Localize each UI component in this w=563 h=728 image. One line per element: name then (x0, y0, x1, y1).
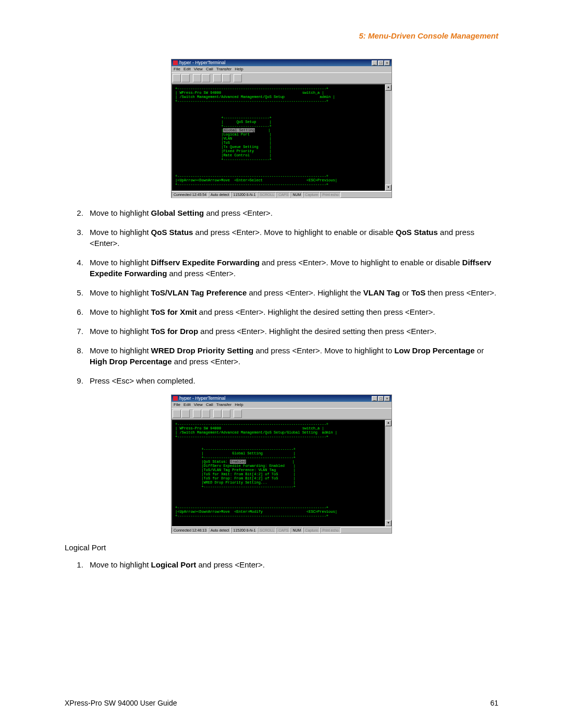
status-caps: CAPS (276, 192, 290, 198)
menu-transfer[interactable]: Transfer (216, 403, 232, 407)
status-bar: Connected 12:45:54 Auto detect 115200 8-… (172, 191, 391, 198)
menu-item-selected[interactable]: Global Setting (223, 128, 255, 132)
tool-send-icon[interactable] (213, 410, 222, 418)
step-8: Move to highlight WRED Drop Priority Set… (85, 345, 498, 367)
breadcrumb: /Switch Management/Advanced Management/Q… (179, 95, 285, 99)
hint-right: <ESC>Previous (307, 510, 335, 514)
minimize-button[interactable]: _ (372, 60, 377, 66)
status-num: NUM (290, 527, 303, 533)
status-baud: 115200 8-N-1 (231, 527, 258, 533)
menu-edit[interactable]: Edit (183, 403, 191, 407)
minimize-button[interactable]: _ (372, 396, 377, 401)
tool-open-icon[interactable] (181, 74, 190, 82)
scrollbar[interactable]: ▲ ▼ (385, 84, 391, 191)
row-diff-label: DiffServ Expedite Forwarding: (204, 464, 267, 468)
tool-connect-icon[interactable] (193, 74, 201, 82)
menu-edit[interactable]: Edit (183, 67, 191, 71)
tool-open-icon[interactable] (181, 410, 190, 418)
row-pref-label: ToS/VLAN Tag Preference: (204, 468, 256, 472)
close-button[interactable]: × (384, 60, 390, 66)
menu-help[interactable]: Help (235, 403, 243, 407)
maximize-button[interactable]: □ (378, 60, 384, 66)
window-titlebar: hyper - HyperTerminal _ □ × (172, 59, 391, 66)
menu-item[interactable]: VLAN (223, 137, 232, 141)
tool-receive-icon[interactable] (222, 74, 230, 82)
step-3: Move to highlight QoS Status and press <… (85, 227, 498, 249)
terminal-content[interactable]: +---------------------------------------… (172, 420, 385, 526)
app-icon (173, 60, 178, 65)
breadcrumb: /Switch Management/Advanced Management/Q… (179, 430, 317, 435)
row-wred[interactable]: WRED Drop Priority Setting... (204, 480, 267, 485)
scroll-down-icon[interactable]: ▼ (385, 520, 391, 526)
menu-transfer[interactable]: Transfer (216, 67, 232, 71)
menu-item[interactable]: Tx Queue Setting (223, 145, 258, 149)
terminal-content[interactable]: +---------------------------------------… (172, 84, 385, 191)
hint-left: <UpArrow><DownArrow>Move <Enter>Select (177, 178, 263, 182)
step-9: Press <Esc> when completed. (85, 375, 498, 386)
tool-properties-icon[interactable] (234, 74, 242, 82)
status-caps: CAPS (276, 527, 290, 533)
window-title: hyper - HyperTerminal (179, 396, 371, 401)
menu-view[interactable]: View (194, 67, 203, 71)
scroll-up-icon[interactable]: ▲ (385, 84, 391, 91)
step-7: Move to highlight ToS for Drop and press… (85, 326, 498, 337)
tool-bar (172, 72, 391, 84)
session-user: admin (322, 430, 333, 435)
hyperterminal-window-1: hyper - HyperTerminal _ □ × File Edit Vi… (171, 59, 392, 198)
status-printecho: Print echo (320, 192, 341, 198)
status-scroll: SCROLL (258, 527, 276, 533)
menu-help[interactable]: Help (235, 67, 243, 71)
status-scroll: SCROLL (258, 192, 276, 198)
tool-properties-icon[interactable] (234, 410, 242, 418)
status-printecho: Print echo (320, 527, 341, 533)
row-diff-value: Enabled (270, 464, 285, 468)
tool-new-icon[interactable] (173, 410, 181, 418)
close-button[interactable]: × (384, 396, 390, 401)
tool-disconnect-icon[interactable] (202, 74, 210, 82)
menu-view[interactable]: View (194, 403, 203, 407)
menu-call[interactable]: Call (206, 403, 213, 407)
window-titlebar: hyper - HyperTerminal _ □ × (172, 395, 391, 402)
menu-file[interactable]: File (174, 67, 180, 71)
row-pref-value: VLAN Tag (259, 468, 276, 472)
session-name: switch_a (302, 426, 320, 430)
device-name: WPress-Pro SW 94000 (179, 91, 221, 95)
menu-bar: File Edit View Call Transfer Help (172, 66, 391, 72)
page: 5: Menu-Driven Console Management hyper … (0, 0, 563, 728)
terminal-frame: +---------------------------------------… (172, 419, 391, 527)
scroll-down-icon[interactable]: ▼ (385, 184, 391, 191)
menu-item[interactable]: Logical Port (223, 132, 249, 137)
step-5: Move to highlight ToS/VLAN Tag Preferenc… (85, 287, 498, 298)
device-name: WPress-Pro SW 94000 (179, 426, 221, 430)
step-6: Move to highlight ToS for Xmit and press… (85, 306, 498, 317)
status-num: NUM (290, 192, 303, 198)
tool-new-icon[interactable] (173, 74, 181, 82)
tool-send-icon[interactable] (213, 74, 222, 82)
menu-bar: File Edit View Call Transfer Help (172, 402, 391, 408)
tool-disconnect-icon[interactable] (202, 410, 210, 418)
menu-call[interactable]: Call (206, 67, 213, 71)
status-conn: Connected 12:45:54 (172, 192, 209, 198)
tool-connect-icon[interactable] (193, 410, 201, 418)
menu-item[interactable]: Rate Control (223, 153, 249, 157)
scrollbar[interactable]: ▲ ▼ (385, 420, 391, 526)
hyperterminal-window-2: hyper - HyperTerminal _ □ × File Edit Vi… (171, 394, 392, 534)
status-baud: 115200 8-N-1 (231, 192, 258, 198)
row-xmit-value: From Bit[4:2] of ToS (234, 472, 278, 476)
panel-title: QoS Setup (237, 120, 256, 124)
hint-left: <UpArrow><DownArrow>Move <Enter>Modify (177, 510, 263, 514)
maximize-button[interactable]: □ (378, 396, 384, 401)
row-qos-value[interactable]: Enabled (230, 460, 246, 464)
menu-file[interactable]: File (174, 403, 180, 407)
tool-receive-icon[interactable] (222, 410, 230, 418)
menu-item[interactable]: Fixed Priority (223, 149, 254, 153)
section-label-logical-port: Logical Port (65, 543, 498, 552)
instruction-list-a: Move to highlight Global Setting and pre… (65, 207, 498, 386)
hint-right: <ESC>Previous (307, 178, 335, 182)
status-detect: Auto detect (209, 192, 231, 198)
status-capture: Capture (303, 192, 320, 198)
menu-item[interactable]: ToS (223, 141, 230, 145)
instruction-list-b: Move to highlight Logical Port and press… (65, 559, 498, 570)
session-user: admin (320, 95, 331, 99)
scroll-up-icon[interactable]: ▲ (385, 420, 391, 426)
